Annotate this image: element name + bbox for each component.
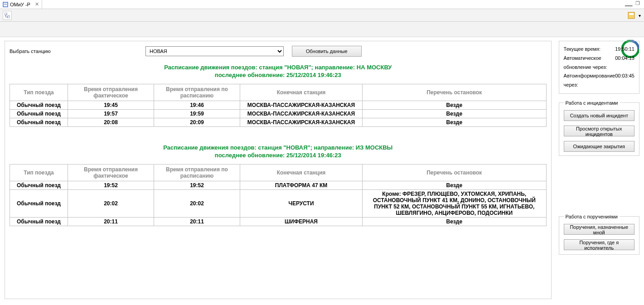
tab-bar: ОМиУ -Р ✕ ▁▁ ❐ xyxy=(0,0,644,9)
toolbar-tree-icon[interactable] xyxy=(3,11,12,20)
view-incidents-button[interactable]: Просмотр открытых инцидентов xyxy=(564,126,634,136)
svg-rect-3 xyxy=(4,5,7,5)
auto-refresh-value: 00:04:13 xyxy=(615,54,634,72)
window-restore-icon[interactable]: ❐ xyxy=(634,1,641,6)
tasks-assigned-to-me-button[interactable]: Поручения, где я исполнитель xyxy=(564,239,634,250)
tab-label: ОМиУ -Р xyxy=(10,2,30,7)
schedule-table-from-moscow: Тип поезда Время отправления фактическое… xyxy=(10,164,547,226)
status-box: Текущее время:19:50:11 Автоматическое об… xyxy=(559,41,639,94)
table-row: Обычный поезд19:4519:46МОСКВА-ПАССАЖИРСК… xyxy=(10,101,547,109)
col-stops: Перечень остановок xyxy=(363,164,547,181)
refresh-button[interactable]: Обновить данные xyxy=(292,46,362,57)
col-dest: Конечная станция xyxy=(240,84,363,101)
table-row: Обычный поезд20:0820:09МОСКВА-ПАССАЖИРСК… xyxy=(10,118,547,126)
schedule-title-to-moscow: Расписание движения поездов: станция "НО… xyxy=(10,64,547,79)
col-type: Тип поезда xyxy=(10,84,68,101)
schedule-table-to-moscow: Тип поезда Время отправления фактическое… xyxy=(10,84,547,127)
col-dest: Конечная станция xyxy=(240,164,363,181)
toolbar-perspective-icon[interactable] xyxy=(627,11,636,20)
tab-omiu[interactable]: ОМиУ -Р ✕ xyxy=(0,0,42,9)
col-stops: Перечень остановок xyxy=(363,84,547,101)
toolbar: ▾ xyxy=(0,9,644,22)
station-select[interactable]: НОВАЯ xyxy=(145,46,284,56)
table-row: Обычный поезд19:5219:52ПЛАТФОРМА 47 КМВе… xyxy=(10,181,547,189)
station-select-label: Выбрать станцию xyxy=(10,48,145,54)
auto-inform-value: 00:03:45 xyxy=(615,72,634,90)
current-time-label: Текущее время: xyxy=(564,45,601,54)
svg-rect-7 xyxy=(629,13,634,15)
incidents-legend: Работа с инцидентами xyxy=(564,100,620,106)
tasks-group: Работа с поручениями Поручения, назначен… xyxy=(559,214,639,255)
schedule-panel: Выбрать станцию НОВАЯ Обновить данные Ра… xyxy=(5,41,552,299)
col-plan: Время отправления по расписанию xyxy=(154,164,240,181)
svg-rect-2 xyxy=(4,4,7,4)
toolbar-dropdown-icon[interactable]: ▾ xyxy=(638,11,641,20)
tasks-assigned-by-me-button[interactable]: Поручения, назначенные мной xyxy=(564,224,634,235)
current-time-value: 19:50:11 xyxy=(615,45,634,54)
tab-close-icon[interactable]: ✕ xyxy=(35,1,39,7)
app-icon xyxy=(3,2,8,7)
tasks-legend: Работа с поручениями xyxy=(564,214,620,219)
schedule-title-from-moscow: Расписание движения поездов: станция "НО… xyxy=(10,144,547,160)
svg-rect-4 xyxy=(5,13,7,15)
filter-row: Выбрать станцию НОВАЯ Обновить данные xyxy=(10,46,547,57)
col-type: Тип поезда xyxy=(10,164,68,181)
content-band xyxy=(0,22,644,37)
auto-refresh-label: Автоматическое обновление через: xyxy=(564,54,615,72)
create-incident-button[interactable]: Создать новый инцидент xyxy=(564,110,634,121)
col-fact: Время отправления фактическое xyxy=(68,84,154,101)
table-row: Обычный поезд20:1120:11ШИФЕРНАЯВезде xyxy=(10,217,547,226)
table-row: Обычный поезд20:0220:02ЧЕРУСТИКроме: ФРЕ… xyxy=(10,189,547,217)
incidents-group: Работа с инцидентами Создать новый инцид… xyxy=(559,100,639,156)
table-row: Обычный поезд19:5719:59МОСКВА-ПАССАЖИРСК… xyxy=(10,109,547,118)
col-fact: Время отправления фактическое xyxy=(68,164,154,181)
window-controls: ▁▁ ❐ xyxy=(625,1,641,6)
side-column: Текущее время:19:50:11 Автоматическое об… xyxy=(559,41,639,299)
col-plan: Время отправления по расписанию xyxy=(154,84,240,101)
window-minimize-icon[interactable]: ▁▁ xyxy=(625,1,632,6)
svg-rect-5 xyxy=(8,16,10,18)
auto-inform-label: Автоинформирование через: xyxy=(564,72,615,90)
pending-incidents-button[interactable]: Ожидающие закрытия xyxy=(564,141,634,152)
